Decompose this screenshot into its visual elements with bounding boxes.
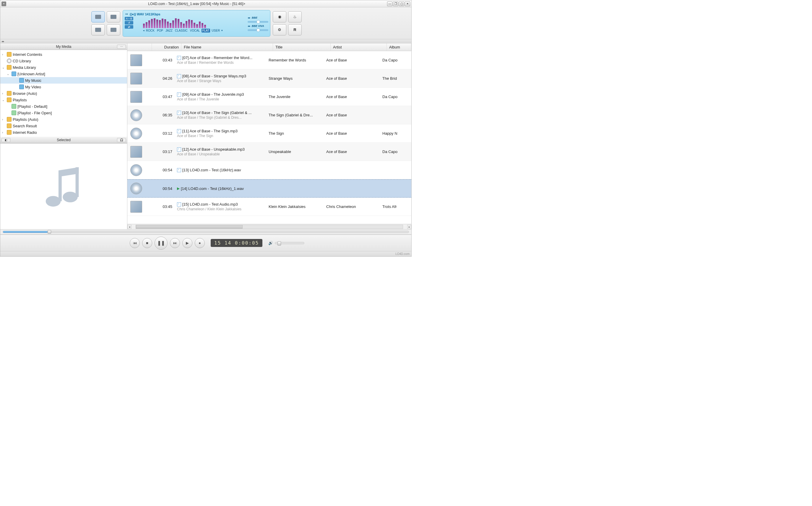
collapse-sidebar-bar[interactable]: ◂▸ <box>0 39 411 44</box>
sidebar-header-options[interactable]: ⋯ <box>117 45 126 49</box>
restore-button[interactable]: ❐ <box>393 1 398 6</box>
minimize-button[interactable]: — <box>387 1 392 6</box>
view-screen-button[interactable] <box>107 11 120 22</box>
filename-text: [12] Ace of Base - Unspeakable.mp3 <box>182 147 245 152</box>
playback-controls: ⏮ ■ ❚❚ ⏭ ▶ ● 15 14 0:00:05 🔊 <box>0 235 411 251</box>
app-menu-button[interactable]: ▾ <box>1 1 6 6</box>
pause-button[interactable]: ❚❚ <box>155 237 168 250</box>
record-ctrl-button[interactable]: ● <box>195 238 205 248</box>
twisty-icon: › <box>2 53 6 56</box>
volume-slider[interactable] <box>275 242 304 244</box>
view-device-button[interactable] <box>107 24 120 35</box>
track-row[interactable]: 00:54[13] LO4D.com - Test (16kHz).wav <box>127 161 411 179</box>
track-row[interactable]: 06:35[10] Ace of Base - The Sign (Gabrie… <box>127 106 411 124</box>
bbeviva-slider[interactable] <box>248 29 268 31</box>
preset-classic[interactable]: CLASSIC <box>174 29 188 32</box>
folder-icon <box>7 91 11 96</box>
track-row[interactable]: 03:47[09] Ace of Base - The Juvenile.mp3… <box>127 88 411 106</box>
tree-item[interactable]: ›Playlists (Auto) <box>0 116 127 122</box>
col-title[interactable]: Title <box>273 44 331 51</box>
tree-item[interactable]: [Playlist - File Open] <box>0 109 127 116</box>
scroll-left-arrow[interactable]: ◂ <box>127 225 132 229</box>
selected-pane <box>0 143 127 229</box>
body: My Media ⋯ ›Internet ContentsCD Library⌄… <box>0 44 411 229</box>
preset-jazz[interactable]: JAZZ <box>165 29 173 32</box>
tree-item[interactable]: ›Internet Contents <box>0 51 127 58</box>
preset-vocal[interactable]: VOCAL <box>189 29 201 32</box>
bbe-slider[interactable] <box>248 21 268 23</box>
folder-icon <box>7 117 11 122</box>
horizontal-scrollbar[interactable]: ◂ ▸ <box>127 224 411 229</box>
preset-rock[interactable]: ROCK <box>145 29 155 32</box>
twisty-icon: › <box>2 131 6 134</box>
tree-item[interactable]: ⌄[Unknown Artist] <box>0 71 127 77</box>
r-icon: R <box>294 27 296 32</box>
burn-button[interactable]: ◉ <box>273 11 286 22</box>
cell-filename: [13] LO4D.com - Test (16kHz).wav <box>175 168 266 172</box>
track-thumb <box>130 182 142 194</box>
play-button[interactable]: ▶ <box>182 238 192 248</box>
convert-button[interactable]: ⚙ <box>273 24 286 35</box>
folder-icon <box>11 110 16 115</box>
view-dual-button[interactable] <box>91 24 105 35</box>
scroll-right-arrow[interactable]: ▸ <box>407 225 411 229</box>
track-row[interactable]: 00:54▶[14] LO4D.com - Test (16kHz)_1.wav <box>127 179 411 198</box>
cell-artist: Ace of Base <box>324 113 380 117</box>
volume-icon: 🔊 <box>268 241 273 245</box>
col-filename[interactable]: File Name <box>181 44 273 51</box>
stop-button[interactable]: ■ <box>142 238 152 248</box>
track-row[interactable]: 03:12[11] Ace of Base - The Sign.mp3Ace … <box>127 124 411 143</box>
cell-title: The Juvenile <box>266 94 324 99</box>
seek-bar[interactable] <box>0 229 411 235</box>
col-artist[interactable]: Artist <box>331 44 387 51</box>
prev-button[interactable]: ⏮ <box>130 238 140 248</box>
file-icon <box>177 129 181 133</box>
preset-user[interactable]: USER <box>211 29 221 32</box>
tree-item[interactable]: Search Result <box>0 122 127 129</box>
preset-pop[interactable]: POP <box>156 29 164 32</box>
track-row[interactable]: 03:17[12] Ace of Base - Unspeakable.mp3A… <box>127 143 411 161</box>
tree-item[interactable]: ⌄Playlists <box>0 97 127 103</box>
track-row[interactable]: 03:45[15] LO4D.com - Test Audio.mp3Chris… <box>127 198 411 216</box>
view-library-button[interactable] <box>91 11 105 22</box>
file-icon <box>177 56 181 60</box>
eq-chip-ab[interactable]: A↔B <box>125 17 133 20</box>
preset-flat[interactable]: FLAT <box>201 29 211 32</box>
selected-left-btn[interactable]: ◧ <box>1 138 10 142</box>
close-button[interactable]: ✕ <box>405 1 410 6</box>
tree-item[interactable]: CD Library <box>0 58 127 64</box>
cell-artist: Ace of Base <box>324 94 380 99</box>
maximize-button[interactable]: ▢ <box>399 1 404 6</box>
tree-item[interactable]: My Video <box>0 84 127 90</box>
filename-text: [15] LO4D.com - Test Audio.mp3 <box>182 202 238 206</box>
cell-duration: 00:54 <box>145 168 175 172</box>
record-button[interactable]: R <box>288 24 302 35</box>
time-display: 15 14 0:00:05 <box>211 239 262 247</box>
music-note-icon <box>37 160 90 213</box>
format-info: ((●)) WAV 1411Kbps <box>130 12 160 16</box>
eq-chip-repeat[interactable]: ↺ <box>125 21 133 24</box>
equalizer-panel: ↭ ((●)) WAV 1411Kbps A↔B ↺ ⇄ ◂ ROCK POP … <box>123 10 270 36</box>
track-row[interactable]: 04:26[08] Ace of Base - Strange Ways.mp3… <box>127 69 411 88</box>
file-icon <box>177 147 181 152</box>
tree-item[interactable]: [Playlist - Default] <box>0 103 127 109</box>
tree-item[interactable]: ›Internet Radio <box>0 129 127 136</box>
cell-album: Happy N <box>380 131 411 136</box>
tree-item[interactable]: ›Browse (Auto) <box>0 90 127 97</box>
eq-chip-shuffle[interactable]: ⇄ <box>125 25 133 29</box>
cell-art <box>127 109 145 121</box>
tree-item[interactable]: My Music <box>0 77 127 84</box>
cell-album: The Brid <box>380 76 411 81</box>
folder-icon <box>7 130 11 135</box>
bbeviva-label: BBE VIVA <box>252 24 264 27</box>
col-album[interactable]: Album <box>387 44 411 51</box>
col-art[interactable] <box>127 44 152 51</box>
col-duration[interactable]: Duration <box>152 44 181 51</box>
next-button[interactable]: ⏭ <box>170 238 180 248</box>
hot-button[interactable]: ♨ <box>288 11 302 22</box>
track-rows: 03:43[07] Ace of Base - Remember the Wor… <box>127 51 411 224</box>
track-row[interactable]: 03:43[07] Ace of Base - Remember the Wor… <box>127 51 411 69</box>
selected-right-btn[interactable]: 🎧 <box>117 138 126 142</box>
cell-filename: [15] LO4D.com - Test Audio.mp3Chris Cham… <box>175 202 266 211</box>
tree-item[interactable]: ⌄Media Library <box>0 64 127 71</box>
